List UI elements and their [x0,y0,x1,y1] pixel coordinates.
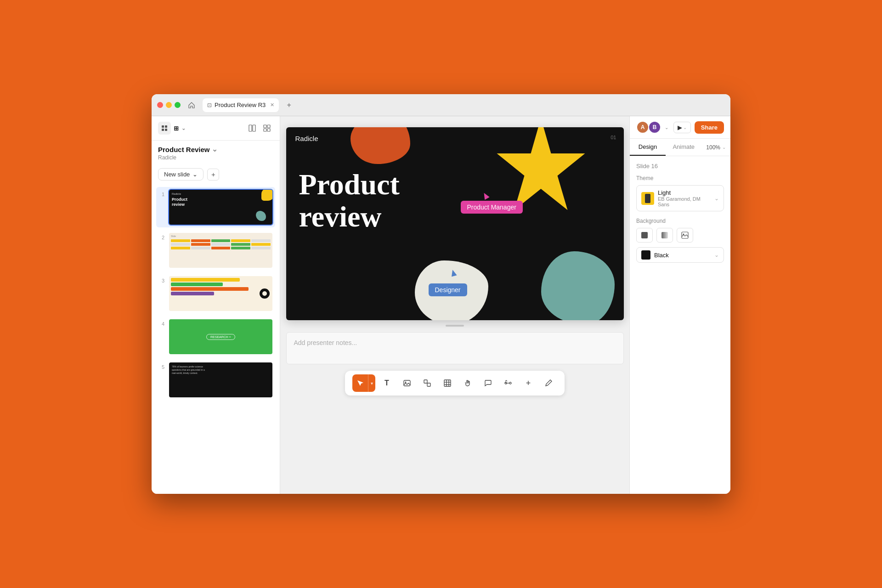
bg-gradient-button[interactable] [656,228,673,243]
panel-content: Slide 16 Theme Light EB Garamond, DM San… [630,156,730,269]
zoom-level: 100% [706,144,720,151]
new-slide-row: New slide ⌄ + [152,164,280,184]
background-color-chevron-icon: ⌄ [714,252,719,258]
view-toggle-buttons [246,122,273,135]
theme-selector[interactable]: Light EB Garamond, DM Sans ⌄ [636,185,724,211]
canvas-brand: Radicle [295,135,318,142]
pen-tool-button[interactable] [540,374,557,392]
background-color-label: Black [654,252,711,259]
traffic-lights [157,102,181,108]
active-tab[interactable]: ⊡ Product Review R3 ✕ [203,98,279,112]
presentation-icon: ⊡ [207,102,212,108]
sidebar-workspace-name: Radicle [158,154,273,161]
bg-image-button[interactable] [677,228,693,243]
main-layout: ⊞ ⌄ [152,116,730,494]
slide-item[interactable]: 3 [156,273,275,314]
svg-rect-2 [162,129,164,131]
designer-tag[interactable]: Designer [429,283,467,296]
sidebar-logo: ⊞ ⌄ [158,122,186,135]
theme-chevron-icon: ⌄ [714,195,719,202]
shape-tool-button[interactable] [418,374,436,392]
image-tool-button[interactable] [398,374,416,392]
svg-point-11 [405,382,407,383]
slide-thumbnail: Slide [168,232,273,269]
sidebar-header: ⊞ ⌄ [152,116,280,141]
table-tool-button[interactable] [439,374,456,392]
play-button[interactable]: ▶ ⌄ [673,122,691,133]
zoom-control[interactable]: 100% ⌄ [701,139,730,156]
bottom-toolbar: ▾ T [345,371,565,396]
avatars-dropdown[interactable]: ⌄ [665,125,668,130]
connector-tool-button[interactable] [499,374,517,392]
share-button[interactable]: Share [695,121,724,134]
slide-number: 2 [158,235,164,240]
hand-tool-button[interactable] [459,374,476,392]
svg-rect-10 [404,380,410,386]
theme-swatch-inner [645,194,650,203]
svg-rect-0 [162,125,164,128]
right-panel-header: A B ⌄ ▶ ⌄ Share [630,116,730,139]
slide-thumbnail: RESEARCH + [168,318,273,355]
cursor-pink-icon [481,192,489,200]
svg-rect-13 [427,383,430,386]
blob-orange [351,127,410,164]
svg-rect-1 [165,125,167,128]
svg-rect-4 [249,125,252,131]
right-panel: A B ⌄ ▶ ⌄ Share Design Animate [629,116,730,494]
product-manager-tag[interactable]: Product Manager [461,201,523,214]
minimize-button[interactable] [166,102,172,108]
svg-rect-6 [264,125,266,128]
maximize-button[interactable] [175,102,181,108]
home-button[interactable] [185,99,198,112]
tab-label: Product Review R3 [215,102,266,108]
slide-thumbnail: Radicle Productreview [168,189,273,226]
play-dropdown-icon[interactable]: ⌄ [683,125,687,130]
svg-rect-7 [267,125,270,128]
pointer-tool-group[interactable]: ▾ [352,374,375,392]
panel-view-button[interactable] [246,122,259,135]
canvas-slide-number: 01 [611,135,616,140]
tab-design[interactable]: Design [630,139,666,156]
slide-canvas[interactable]: Radicle 01 Product review Product Manage… [286,127,624,320]
comment-tool-button[interactable] [479,374,497,392]
tab-close-icon[interactable]: ✕ [270,102,274,108]
slide-number: 3 [158,278,164,283]
slide-item[interactable]: 2 Slide [156,230,275,271]
new-slide-button[interactable]: New slide ⌄ [158,168,204,181]
pointer-tool-dropdown[interactable]: ▾ [368,374,375,392]
notes-placeholder: Add presenter notes... [294,339,357,346]
background-type-buttons [636,228,724,243]
close-button[interactable] [157,102,163,108]
sidebar-project-title[interactable]: Product Review ⌄ [158,145,273,153]
drag-handle[interactable] [446,325,464,327]
sidebar: ⊞ ⌄ [152,116,280,494]
blob-teal [541,251,615,320]
add-slide-button[interactable]: + [207,169,219,181]
slide-item[interactable]: 4 RESEARCH + [156,317,275,357]
svg-rect-8 [264,129,266,131]
bg-solid-button[interactable] [636,228,653,243]
grid-view-button[interactable] [260,122,273,135]
slide-item[interactable]: 1 Radicle Productreview [156,187,275,227]
text-tool-button[interactable]: T [378,374,396,392]
tab-animate[interactable]: Animate [666,139,701,156]
slide-item[interactable]: 5 76% of learners prefer sciencequestion… [156,360,275,400]
titlebar: ⊡ Product Review R3 ✕ + [152,94,730,116]
app-logo-icon [158,122,171,135]
slide-thumbnail: 76% of learners prefer sciencequestions … [168,362,273,398]
more-tools-button[interactable]: + [520,374,537,392]
canvas-title: Product review [299,169,400,233]
background-color-selector[interactable]: Black ⌄ [636,247,724,263]
avatar-user1: A [636,121,649,134]
svg-rect-14 [444,380,451,386]
canvas-area: Radicle 01 Product review Product Manage… [280,116,629,494]
app-window: ⊡ Product Review R3 ✕ + ⊞ [152,94,730,494]
pointer-tool-button[interactable] [352,374,368,392]
slide-number: 1 [158,192,164,197]
slide-number-label: Slide 16 [636,163,724,170]
workspace-label: ⊞ [174,125,179,132]
presenter-notes[interactable]: Add presenter notes... [286,332,624,364]
new-tab-button[interactable]: + [283,100,294,111]
workspace-chevron[interactable]: ⌄ [181,125,186,131]
panel-tabs: Design Animate 100% ⌄ [630,139,730,156]
